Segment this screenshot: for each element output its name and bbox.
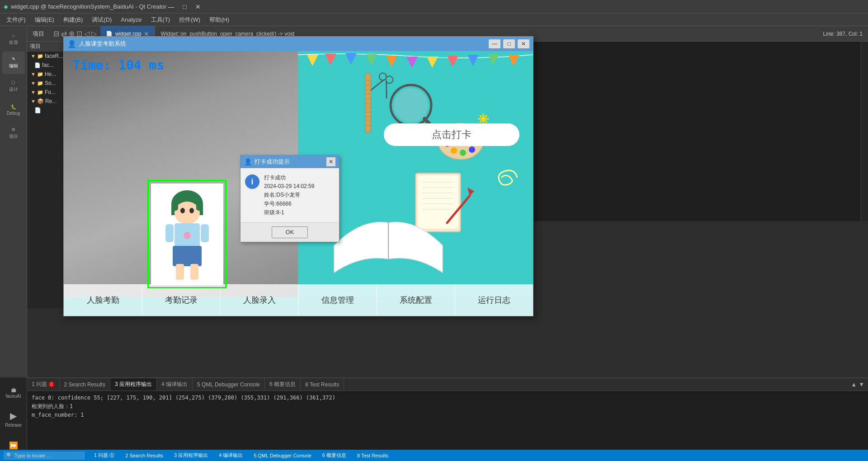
qt-close-btn[interactable]: ✕ [518,39,529,48]
folder-expand-icon: ▼ [31,71,36,77]
folder2-icon: 📁 [37,71,43,77]
svg-point-59 [451,147,457,154]
svg-point-61 [469,146,475,153]
qt-minimize-btn[interactable]: — [489,39,500,48]
output-panel: 1 问题 0 2 Search Results 3 应用程序输出 4 编译输出 … [27,377,868,461]
dialog-body: i 打卡成功 2024-03-29 14:02:59 姓名:DS小龙哥 学号:6… [241,168,339,222]
qt-app-window: 👤 人脸课堂考勤系统 — □ ✕ [63,36,533,316]
output-line3: m_face_number: 1 [32,411,863,419]
nav-btn-face-registration[interactable]: 人脸录入 [220,284,298,316]
bottom-tab-problems[interactable]: 1 问题 ⓪ [92,452,116,459]
project-icon: ⚙ [11,127,15,132]
nav-btn-attendance-records[interactable]: 考勤记录 [142,284,220,316]
bottom-tab-test[interactable]: 8 Test Results [355,453,390,458]
dialog-title-bar: 👤 打卡成功提示 ✕ [241,155,339,168]
bottom-tab-search[interactable]: 2 Search Results [123,453,165,458]
vertical-scrollbar[interactable] [861,42,868,221]
minimize-button[interactable]: — [166,2,175,11]
folder5-icon: ▼ [31,99,36,104]
folder4-icon: ▼ [31,89,36,95]
output-collapse-btn[interactable]: ▲ [851,381,857,388]
output-tab-test[interactable]: 8 Test Results [301,378,344,390]
output-tabs: 1 问题 0 2 Search Results 3 应用程序输出 4 编译输出 … [27,378,868,391]
output-tab-compile[interactable]: 4 编译输出 [157,378,193,390]
app-icon: ◈ [4,3,8,10]
menu-edit[interactable]: 编辑(E) [30,14,59,25]
menu-bar: 文件(F) 编辑(E) 构建(B) 调试(D) Analyze 工具(T) 控件… [0,14,868,26]
line-info: Line: 387, Col: 1 [818,31,868,37]
debug-icon: 🐛 [11,104,16,109]
app-title: widget.cpp @ faceRecognitionSystem_Baidu… [11,3,166,10]
qt-titlebar: 👤 人脸课堂考勤系统 — □ ✕ [64,37,533,51]
output-expand-btn[interactable]: ▼ [859,381,864,388]
sidebar-welcome[interactable]: ⌂ 欢迎 [2,28,25,51]
menu-analyze[interactable]: Analyze [116,15,146,24]
folder-icon: ▼ [31,53,36,59]
close-button[interactable]: ✕ [193,2,203,11]
menu-file[interactable]: 文件(F) [2,14,30,25]
qt-app-icon: 👤 [67,40,76,48]
sidebar-debug[interactable]: 🐛 Debug [2,99,25,121]
filter-icon[interactable]: ⊟ [53,29,59,38]
release-section[interactable]: ▶ Release [2,408,25,430]
resource-icon: 📦 [37,98,44,104]
locate-input[interactable] [14,453,82,458]
menu-build[interactable]: 构建(B) [59,14,87,25]
output-tab-search[interactable]: 2 Search Results [60,378,110,390]
dialog-close-button[interactable]: ✕ [326,157,335,166]
nav-btn-face-attendance[interactable]: 人脸考勤 [64,284,142,316]
qt-maximize-btn[interactable]: □ [503,39,515,48]
svg-line-39 [370,76,384,94]
svg-rect-66 [418,175,458,229]
checkin-success-dialog: 👤 打卡成功提示 ✕ i 打卡成功 2024-03-29 14:02:59 姓名… [240,155,340,242]
dialog-title-text: 打卡成功提示 [255,158,324,166]
file2-icon: 📄 [34,107,41,113]
nav-btn-info-management[interactable]: 信息管理 [298,284,377,316]
svg-marker-74 [467,188,474,196]
faceai-section[interactable]: 🤖 faceuAI [2,381,25,404]
folder4-color-icon: 📁 [37,89,43,95]
output-tab-summary[interactable]: 6 概要信息 [265,378,301,390]
sidebar-design[interactable]: ⬡ 设计 [2,75,25,98]
time-display: Time: 104 ms [73,58,164,73]
menu-widgets[interactable]: 控件(W) [175,14,205,25]
problems-badge: 0 [48,381,55,387]
menu-help[interactable]: 帮助(H) [205,14,234,25]
dialog-info-icon: i [245,174,259,189]
bottom-tab-summary[interactable]: 6 概要信息 [321,452,348,459]
menu-debug[interactable]: 调试(D) [87,14,116,25]
bottom-status-bar: 🔍 1 问题 ⓪ 2 Search Results 3 应用程序输出 4 编译输… [0,450,868,461]
output-tab-qml-debug[interactable]: 5 QML Debugger Console [193,378,265,390]
svg-point-54 [394,88,428,122]
nav-btn-system-config[interactable]: 系统配置 [377,284,455,316]
maximize-button[interactable]: □ [180,2,189,11]
bottom-tab-app-output[interactable]: 3 应用程序输出 [172,452,210,459]
dialog-icon: 👤 [244,158,252,165]
checkin-button[interactable]: 点击打卡 [384,123,519,146]
folder3-color-icon: 📁 [37,80,43,86]
menu-tools[interactable]: 工具(T) [146,14,175,25]
output-tab-app-output[interactable]: 3 应用程序输出 [110,378,157,390]
locate-search-box[interactable]: 🔍 [4,452,85,460]
file-icon: 📄 [34,62,41,68]
svg-line-40 [380,81,393,99]
output-tab-problems[interactable]: 1 问题 0 [27,378,60,390]
dialog-message: 打卡成功 2024-03-29 14:02:59 姓名:DS小龙哥 学号:666… [264,174,314,217]
step-icon: ⏩ [9,441,18,450]
bottom-tab-compile[interactable]: 4 编译输出 [217,452,245,459]
sidebar-edit[interactable]: ✎ 编辑 [2,52,25,74]
home-icon: ⌂ [12,33,14,38]
design-icon: ⬡ [11,80,15,85]
output-line1: face 0: confidence 55; [227, 175, 190, 2… [32,394,863,402]
sidebar-project[interactable]: ⚙ 项目 [2,122,25,145]
project-section-label: 项目 [27,26,50,41]
play-icon: ▶ [10,410,17,421]
nav-btn-run-log[interactable]: 运行日志 [455,284,533,316]
dialog-ok-button[interactable]: OK [272,226,308,238]
svg-point-60 [460,150,466,156]
bottom-tab-qml-debug[interactable]: 5 QML Debugger Console [252,453,313,458]
folder-color-icon: 📁 [37,53,43,59]
face-detection-box [147,180,226,288]
output-panel-controls: ▲ ▼ [851,381,868,388]
qt-navigation: 人脸考勤 考勤记录 人脸录入 信息管理 系统配置 运行日志 [64,284,533,316]
